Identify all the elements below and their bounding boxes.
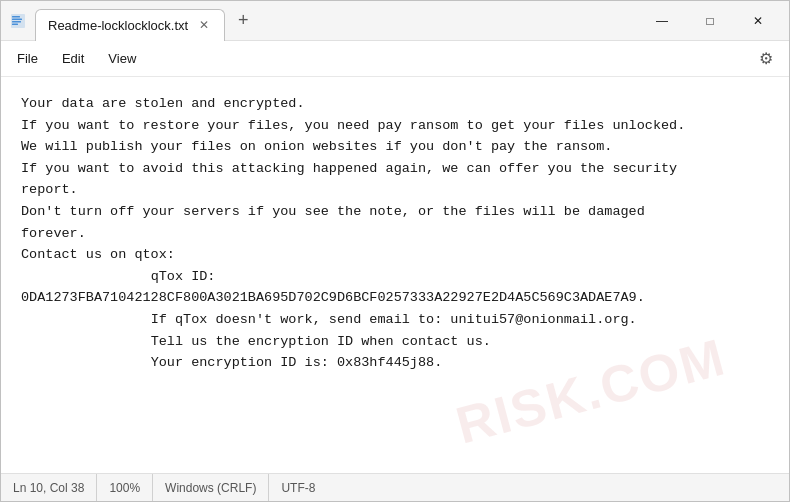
svg-rect-4 [12,23,18,25]
main-window: Readme-locklocklock.txt ✕ + — □ ✕ File E… [0,0,790,502]
tab-area: Readme-locklocklock.txt ✕ + [35,5,639,37]
menu-bar: File Edit View ⚙ [1,41,789,77]
tab-close-button[interactable]: ✕ [196,17,212,33]
tab-readme[interactable]: Readme-locklocklock.txt ✕ [35,9,225,41]
editor-content: Your data are stolen and encrypted. If y… [21,93,769,374]
svg-rect-1 [12,16,20,18]
window-controls: — □ ✕ [639,5,781,37]
line-ending: Windows (CRLF) [153,474,269,501]
maximize-button[interactable]: □ [687,5,733,37]
svg-rect-2 [12,18,22,20]
menu-bar-right: ⚙ [755,45,785,72]
editor-area[interactable]: Your data are stolen and encrypted. If y… [1,77,789,473]
status-bar: Ln 10, Col 38 100% Windows (CRLF) UTF-8 [1,473,789,501]
cursor-position: Ln 10, Col 38 [13,474,97,501]
settings-icon[interactable]: ⚙ [755,45,777,72]
new-tab-button[interactable]: + [229,7,257,35]
menu-edit[interactable]: Edit [50,47,96,70]
app-icon [9,12,27,30]
menu-view[interactable]: View [96,47,148,70]
tab-label: Readme-locklocklock.txt [48,18,188,33]
minimize-button[interactable]: — [639,5,685,37]
close-button[interactable]: ✕ [735,5,781,37]
menu-file[interactable]: File [5,47,50,70]
zoom-level: 100% [97,474,153,501]
encoding: UTF-8 [269,474,327,501]
svg-rect-3 [12,21,21,23]
title-bar: Readme-locklocklock.txt ✕ + — □ ✕ [1,1,789,41]
